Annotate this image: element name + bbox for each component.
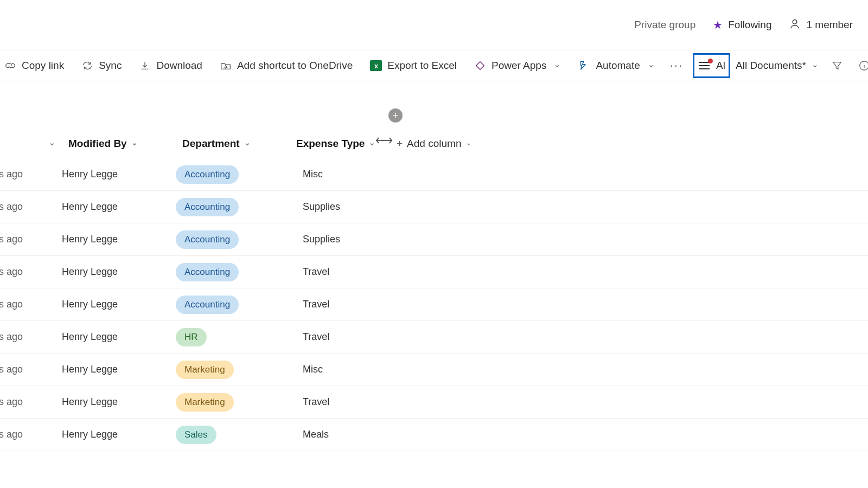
- add-to-onedrive-button[interactable]: Add shortcut to OneDrive: [212, 50, 360, 81]
- cell-department: Accounting: [169, 296, 283, 314]
- link-icon: [4, 60, 16, 71]
- sync-label: Sync: [99, 60, 122, 72]
- members-label: 1 member: [806, 19, 853, 31]
- cell-modified-by: Henry Legge: [55, 169, 169, 180]
- cell-department: Sales: [169, 426, 283, 444]
- table-row[interactable]: ds agoHenry LeggeAccountingMisc: [0, 158, 868, 191]
- cell-modified-by: Henry Legge: [55, 429, 169, 440]
- chevron-down-icon: [49, 138, 55, 150]
- cell-modified: ds ago: [0, 331, 55, 343]
- cell-expense-type: Misc: [283, 364, 386, 375]
- add-column-button[interactable]: + Add column: [390, 138, 488, 150]
- cell-modified: ds ago: [0, 234, 55, 245]
- cell-department: Accounting: [169, 230, 283, 249]
- cell-expense-type: Misc: [283, 169, 386, 180]
- cell-expense-type: Travel: [283, 299, 386, 310]
- following-button[interactable]: ★ Following: [713, 18, 771, 31]
- download-label: Download: [156, 60, 202, 72]
- onedrive-shortcut-icon: [220, 60, 232, 71]
- download-button[interactable]: Download: [131, 50, 210, 81]
- cell-expense-type: Travel: [283, 331, 386, 343]
- chevron-down-icon: [648, 60, 655, 72]
- column-header-department-label: Department: [182, 138, 240, 150]
- view-switcher-highlighted[interactable]: Al: [693, 53, 730, 78]
- table-row[interactable]: ds agoHenry LeggeMarketingTravel: [0, 386, 868, 419]
- document-list: + Modified By Department Expense Type + …: [0, 81, 868, 451]
- table-row[interactable]: ds agoHenry LeggeHRTravel: [0, 321, 868, 354]
- table-row[interactable]: ds agoHenry LeggeAccountingTravel: [0, 256, 868, 288]
- members-button[interactable]: 1 member: [789, 18, 853, 33]
- cell-department: Marketing: [169, 393, 283, 412]
- add-to-onedrive-label: Add shortcut to OneDrive: [237, 60, 353, 72]
- table-row[interactable]: ds agoHenry LeggeSalesMeals: [0, 419, 868, 451]
- table-row[interactable]: ds agoHenry LeggeAccountingTravel: [0, 288, 868, 321]
- power-apps-button[interactable]: Power Apps: [467, 50, 569, 81]
- table-row[interactable]: ds agoHenry LeggeAccountingSupplies: [0, 191, 868, 223]
- info-icon: [858, 60, 868, 72]
- department-pill: Marketing: [176, 361, 234, 379]
- cell-modified: ds ago: [0, 266, 55, 278]
- person-icon: [789, 18, 801, 33]
- export-excel-label: Export to Excel: [387, 60, 457, 72]
- column-header-modified-by[interactable]: Modified By: [62, 138, 176, 150]
- table-body: ds agoHenry LeggeAccountingMiscds agoHen…: [0, 158, 868, 451]
- following-label: Following: [728, 19, 771, 31]
- automate-icon: [578, 59, 590, 73]
- cell-modified: ds ago: [0, 201, 55, 213]
- download-icon: [139, 60, 151, 71]
- cell-modified-by: Henry Legge: [55, 331, 169, 343]
- cell-modified: ds ago: [0, 396, 55, 408]
- power-apps-icon: [474, 60, 486, 71]
- chevron-down-icon: [369, 138, 375, 150]
- table-row[interactable]: ds agoHenry LeggeMarketingMisc: [0, 354, 868, 386]
- export-excel-button[interactable]: x Export to Excel: [362, 50, 464, 81]
- info-button[interactable]: [852, 50, 868, 81]
- column-header-modified[interactable]: [0, 138, 62, 150]
- cell-modified-by: Henry Legge: [55, 396, 169, 408]
- star-icon: ★: [713, 18, 723, 31]
- column-header-expense-type[interactable]: Expense Type: [290, 138, 390, 150]
- copy-link-label: Copy link: [22, 60, 64, 72]
- cell-modified-by: Henry Legge: [55, 299, 169, 310]
- table-row[interactable]: ds agoHenry LeggeAccountingSupplies: [0, 223, 868, 256]
- filter-icon: [831, 60, 843, 72]
- excel-icon: x: [370, 60, 382, 71]
- cell-department: Accounting: [169, 198, 283, 216]
- cell-modified-by: Henry Legge: [55, 234, 169, 245]
- copy-link-button[interactable]: Copy link: [0, 50, 72, 81]
- column-header-expense-type-label: Expense Type: [296, 138, 365, 150]
- filter-button[interactable]: [825, 50, 849, 81]
- automate-label: Automate: [596, 60, 640, 72]
- department-pill: HR: [176, 328, 207, 346]
- chevron-down-icon: [244, 138, 251, 150]
- chevron-down-icon: [554, 60, 561, 72]
- column-header-modified-by-label: Modified By: [68, 138, 127, 150]
- cell-modified: ds ago: [0, 299, 55, 310]
- cell-department: HR: [169, 328, 283, 346]
- add-column-quick-button[interactable]: +: [388, 108, 403, 123]
- cell-modified: ds ago: [0, 429, 55, 440]
- chevron-down-icon: [131, 138, 138, 150]
- svg-point-0: [793, 20, 797, 24]
- add-column-label: Add column: [407, 138, 461, 150]
- cell-department: Accounting: [169, 165, 283, 184]
- list-view-icon: [699, 61, 712, 70]
- department-pill: Accounting: [176, 198, 239, 216]
- cell-modified: ds ago: [0, 169, 55, 180]
- command-bar-right: Al All Documents*: [693, 50, 868, 81]
- site-header: Private group ★ Following 1 member: [0, 0, 868, 50]
- cell-expense-type: Meals: [283, 429, 386, 440]
- automate-button[interactable]: Automate: [571, 50, 662, 81]
- department-pill: Accounting: [176, 230, 239, 249]
- view-name-dropdown[interactable]: All Documents*: [732, 50, 822, 81]
- plus-icon: +: [397, 138, 403, 150]
- group-privacy-label: Private group: [634, 19, 695, 31]
- column-headers-row: Modified By Department Expense Type + Ad…: [0, 130, 868, 157]
- power-apps-label: Power Apps: [492, 60, 546, 72]
- column-header-department[interactable]: Department: [176, 138, 290, 150]
- sync-button[interactable]: Sync: [74, 50, 129, 81]
- more-commands-button[interactable]: ···: [665, 59, 688, 73]
- cell-expense-type: Supplies: [283, 201, 386, 213]
- chevron-down-icon: [465, 138, 472, 150]
- chevron-down-icon: [812, 60, 819, 72]
